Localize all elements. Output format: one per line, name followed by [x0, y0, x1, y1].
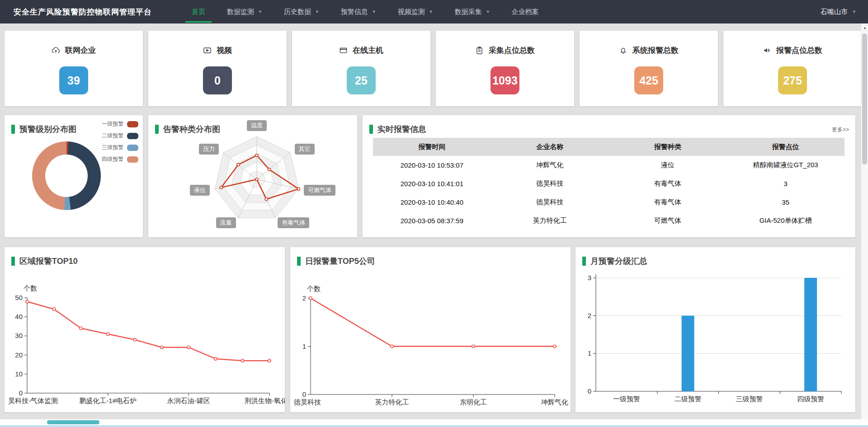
menu-item-label: 数据监测: [227, 8, 254, 16]
panel-title: 告警种类分布图: [155, 124, 220, 135]
svg-text:个数: 个数: [307, 285, 321, 292]
svg-text:永润石油-罐区: 永润石油-罐区: [167, 397, 210, 404]
table-cell: 2020-03-10 10:41:01: [373, 180, 491, 188]
menu-item-预警信息[interactable]: 预警信息▼: [330, 0, 387, 23]
svg-text:0: 0: [588, 387, 591, 395]
svg-text:50: 50: [15, 294, 23, 301]
chevron-down-icon: ▼: [372, 9, 376, 14]
radar-axis-label-有毒气体: 有毒气体: [278, 217, 309, 228]
title-marker: [369, 125, 373, 134]
stat-card-label: 系统报警总数: [632, 45, 679, 56]
taskbar-edge: [0, 425, 868, 427]
svg-text:一级预警: 一级预警: [613, 395, 640, 403]
title-marker: [297, 257, 301, 266]
menu-item-数据监测[interactable]: 数据监测▼: [216, 0, 273, 23]
table-header-cell: 报警点位: [726, 143, 844, 151]
panel-title: 区域报警TOP10: [11, 256, 78, 267]
region-selector[interactable]: 石嘴山市 ▼: [821, 8, 856, 16]
table-cell: 有毒气体: [609, 198, 727, 206]
panel-alarm-type-distribution: 告警种类分布图 温度其它可燃气体有毒气体流量液位压力: [148, 115, 357, 237]
table-cell: 精醇南罐液位GT_203: [726, 161, 844, 169]
clipboard-icon: [475, 46, 484, 55]
svg-text:1: 1: [302, 343, 306, 350]
title-marker: [155, 125, 159, 134]
menu-item-视频监测[interactable]: 视频监测▼: [387, 0, 444, 23]
daily-alarm-top5-chart: 个数012德昊科技英力特化工东明化工坤辉气化: [290, 247, 571, 412]
stat-card-header: 在线主机: [339, 45, 383, 56]
menu-item-首页[interactable]: 首页: [181, 0, 216, 23]
svg-text:2: 2: [588, 312, 591, 319]
stat-card-label: 报警点位总数: [776, 45, 822, 56]
panel-title-text: 月预警分级汇总: [590, 256, 647, 267]
clipboard-icon-wrap: [475, 46, 484, 55]
menu-item-label: 首页: [192, 8, 205, 16]
stat-card-label: 联网企业: [65, 45, 96, 56]
panel-title: 实时报警信息: [369, 124, 426, 135]
cloud-upload-icon: [52, 46, 60, 55]
video-icon: [203, 46, 212, 55]
legend-swatch: [127, 121, 138, 127]
stat-cards-row: 联网企业39视频0在线主机25采集点位总数1093系统报警总数425报警点位总数…: [5, 31, 862, 106]
menu-item-label: 企业档案: [512, 8, 539, 16]
table-header-cell: 报警种类: [609, 143, 727, 151]
legend-swatch: [127, 133, 138, 139]
menu-item-企业档案[interactable]: 企业档案: [501, 0, 550, 23]
chevron-down-icon: ▼: [486, 9, 490, 14]
panel-title: 月预警分级汇总: [582, 256, 647, 267]
table-header-cell: 报警时间: [373, 143, 491, 151]
menu-item-数据采集[interactable]: 数据采集▼: [444, 0, 501, 23]
chevron-down-icon: ▼: [852, 9, 856, 14]
svg-text:1: 1: [588, 349, 591, 357]
stat-card: 在线主机25: [292, 31, 430, 106]
panel-region-alarm-top10: 区域报警TOP10 个数01020304050昊科技-气体监测鹏盛化工-1#电石…: [5, 247, 285, 412]
radar-axis-label-流量: 流量: [216, 217, 236, 228]
svg-text:昊科技-气体监测: 昊科技-气体监测: [8, 397, 58, 404]
panel-title-text: 日报警量TOP5公司: [305, 256, 375, 267]
table-header-cell: 企业名称: [491, 143, 609, 151]
stat-card-label: 采集点位总数: [489, 45, 535, 56]
panel-realtime-alarms: 实时报警信息 更多>> 报警时间企业名称报警种类报警点位 2020-03-10 …: [363, 115, 855, 237]
svg-text:0: 0: [302, 390, 306, 398]
vertical-scroll-thumb[interactable]: [862, 33, 867, 164]
stat-card-value: 39: [59, 66, 88, 94]
stat-card-label: 视频: [217, 45, 232, 56]
legend-item-三级预警: 三级预警: [102, 144, 138, 151]
table-row: 2020-03-10 10:53:07坤辉气化液位精醇南罐液位GT_203: [373, 156, 844, 174]
table-cell: 35: [726, 198, 844, 206]
stat-card: 联网企业39: [5, 31, 143, 106]
panel-daily-alarm-top5: 日报警量TOP5公司 个数012德昊科技英力特化工东明化工坤辉气化: [290, 247, 571, 412]
stat-card-header: 系统报警总数: [619, 45, 679, 56]
legend-label: 三级预警: [102, 144, 123, 151]
scroll-up-arrow-icon[interactable]: ▲: [861, 26, 868, 30]
legend-label: 四级预警: [102, 155, 123, 163]
vertical-scrollbar[interactable]: ▲: [861, 23, 868, 419]
svg-text:10: 10: [15, 370, 23, 378]
menu-item-历史数据[interactable]: 历史数据▼: [273, 0, 330, 23]
bell-icon: [619, 46, 627, 55]
title-marker: [11, 257, 15, 266]
table-row: 2020-03-10 10:41:01德昊科技有毒气体3: [373, 174, 844, 193]
main-menu: 首页数据监测▼历史数据▼预警信息▼视频监测▼数据采集▼企业档案: [181, 0, 550, 23]
more-link[interactable]: 更多>>: [832, 126, 849, 134]
stat-card-value: 0: [203, 66, 232, 94]
legend-item-二级预警: 二级预警: [102, 132, 138, 140]
panel-title-text: 预警级别分布图: [19, 124, 76, 135]
svg-text:3: 3: [588, 274, 591, 282]
radar-axis-label-液位: 液位: [190, 185, 210, 196]
stat-card-label: 在线主机: [353, 45, 383, 56]
horizontal-scroll-thumb[interactable]: [47, 420, 99, 424]
legend-item-一级预警: 一级预警: [102, 120, 138, 128]
video-icon-wrap: [203, 46, 212, 55]
table-cell: 坤辉气化: [491, 161, 609, 169]
chevron-down-icon: ▼: [258, 9, 262, 14]
svg-text:三级预警: 三级预警: [736, 395, 763, 403]
table-row: 2020-03-10 10:40:40德昊科技有毒气体35: [373, 193, 844, 211]
stat-card: 报警点位总数275: [723, 31, 862, 106]
horizontal-scrollbar[interactable]: [0, 419, 868, 425]
svg-text:东明化工: 东明化工: [460, 398, 487, 406]
monitor-icon: [339, 46, 348, 55]
panel-title-text: 实时报警信息: [377, 124, 426, 135]
table-cell: GIA-520单体贮槽: [726, 216, 844, 225]
table-cell: 2020-03-05 08:37:59: [373, 217, 491, 225]
table-cell: 可燃气体: [609, 216, 727, 225]
